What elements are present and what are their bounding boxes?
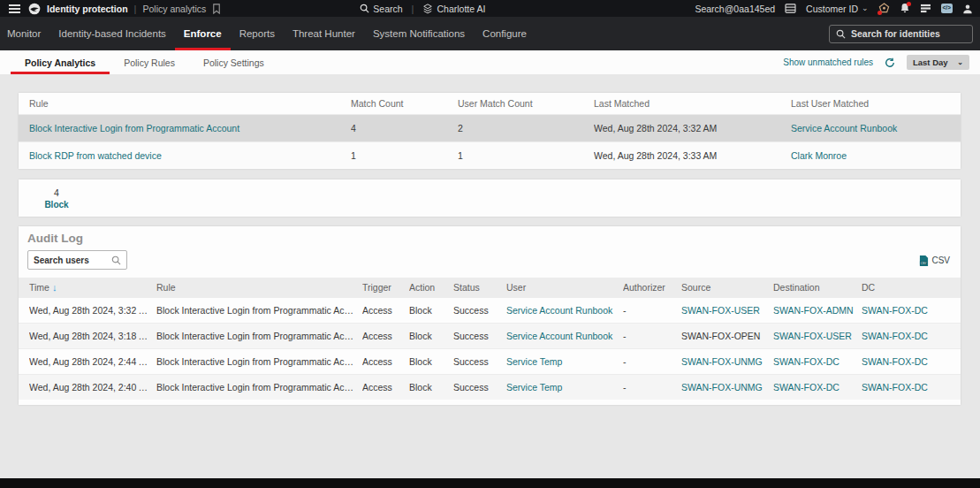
last-user-matched-link[interactable]: Clark Monroe xyxy=(791,150,961,161)
dc-link[interactable]: SWAN-FOX-DC xyxy=(862,382,961,393)
user-link[interactable]: Service Account Runbook xyxy=(506,331,623,341)
tab-policy-analytics[interactable]: Policy Analytics xyxy=(11,50,110,74)
charlotte-ai-icon xyxy=(422,4,433,14)
destination-link[interactable]: SWAN-FOX-DC xyxy=(773,356,862,367)
column-header-trigger[interactable]: Trigger xyxy=(362,282,409,293)
breadcrumb-page-title: Policy analytics xyxy=(142,4,206,14)
show-unmatched-rules-link[interactable]: Show unmatched rules xyxy=(783,57,873,67)
action-value: Block xyxy=(409,382,453,393)
authorizer-value: - xyxy=(623,305,681,316)
rule-value: Block Interactive Login from Programmati… xyxy=(156,356,362,367)
action-summary-card: 4 Block xyxy=(19,179,961,217)
trigger-value: Access xyxy=(362,331,409,341)
sort-descending-icon[interactable]: ↓ xyxy=(52,282,57,293)
dc-link[interactable]: SWAN-FOX-DC xyxy=(862,356,961,367)
identity-protection-screen: Identity protection | Policy analytics S… xyxy=(0,0,980,488)
rule-value: Block Interactive Login from Programmati… xyxy=(156,382,362,393)
audit-log-row[interactable]: Wed, Aug 28th 2024, 2:40 AM Block Intera… xyxy=(19,374,961,400)
column-header-source[interactable]: Source xyxy=(681,282,773,293)
search-users-input[interactable] xyxy=(34,255,111,265)
tab-policy-rules[interactable]: Policy Rules xyxy=(110,50,189,74)
time-range-value: Last Day xyxy=(913,57,948,67)
column-header-last-matched[interactable]: Last Matched xyxy=(594,98,791,109)
time-value: Wed, Aug 28th 2024, 3:32 AM xyxy=(29,305,156,316)
nav-item-enforce[interactable]: Enforce xyxy=(175,17,231,50)
nav-item-threat-hunter[interactable]: Threat Hunter xyxy=(284,17,364,50)
column-header-last-user-matched[interactable]: Last User Matched xyxy=(791,98,961,109)
topbar-right: Search@0aa145ed Customer ID ⌄ </> xyxy=(695,3,973,14)
user-match-count-value: 1 xyxy=(458,150,594,161)
identity-search-input[interactable] xyxy=(851,28,976,39)
column-header-time[interactable]: Time↓ xyxy=(29,282,156,293)
destination-link[interactable]: SWAN-FOX-ADMN xyxy=(773,305,862,316)
nav-item-configure[interactable]: Configure xyxy=(474,17,536,50)
last-user-matched-link[interactable]: Service Account Runbook xyxy=(791,123,961,133)
audit-log-row[interactable]: Wed, Aug 28th 2024, 2:44 AM Block Intera… xyxy=(19,348,961,374)
audit-log-panel: Audit Log CSV CSV Time↓ Rule xyxy=(19,226,961,405)
audit-log-row[interactable]: Wed, Aug 28th 2024, 3:18 AM Block Intera… xyxy=(19,323,961,348)
bottom-bar xyxy=(0,478,980,488)
status-value: Success xyxy=(453,305,506,316)
audit-search-box[interactable] xyxy=(27,250,127,270)
column-header-rule[interactable]: Rule xyxy=(29,98,351,109)
rule-link[interactable]: Block Interactive Login from Programmati… xyxy=(29,123,351,133)
time-value: Wed, Aug 28th 2024, 2:40 AM xyxy=(29,382,156,393)
source-link[interactable]: SWAN-FOX-UNMG xyxy=(681,356,773,367)
api-code-icon[interactable]: </> xyxy=(941,4,953,13)
charlotte-ai-button[interactable]: Charlotte AI xyxy=(422,4,485,14)
menu-icon[interactable] xyxy=(7,3,22,15)
notifications-bell-icon[interactable] xyxy=(900,3,910,14)
column-header-match-count[interactable]: Match Count xyxy=(351,98,458,109)
policy-table-row[interactable]: Block Interactive Login from Programmati… xyxy=(19,115,961,141)
export-csv-button[interactable]: CSV CSV xyxy=(919,255,950,266)
global-search-button[interactable]: Search xyxy=(360,4,402,14)
dc-link[interactable]: SWAN-FOX-DC xyxy=(862,331,961,341)
column-header-authorizer[interactable]: Authorizer xyxy=(623,282,681,293)
time-range-dropdown[interactable]: Last Day ⌄ xyxy=(907,55,969,70)
time-value: Wed, Aug 28th 2024, 3:18 AM xyxy=(29,331,156,341)
policy-table-row[interactable]: Block RDP from watched device 1 1 Wed, A… xyxy=(19,141,961,168)
nav-item-reports[interactable]: Reports xyxy=(231,17,284,50)
search-icon xyxy=(360,4,369,13)
nav-item-monitor[interactable]: Monitor xyxy=(7,17,49,50)
source-link[interactable]: SWAN-FOX-USER xyxy=(681,305,773,316)
block-summary: 4 Block xyxy=(38,187,75,210)
source-link[interactable]: SWAN-FOX-UNMG xyxy=(681,382,773,393)
dc-link[interactable]: SWAN-FOX-DC xyxy=(862,305,961,316)
audit-log-title: Audit Log xyxy=(27,232,83,245)
audit-table-header: Time↓ Rule Trigger Action Status User Au… xyxy=(19,278,961,297)
search-icon xyxy=(836,29,846,39)
column-header-user[interactable]: User xyxy=(506,282,623,293)
column-header-status[interactable]: Status xyxy=(453,282,506,293)
column-header-action[interactable]: Action xyxy=(409,282,453,293)
user-link[interactable]: Service Account Runbook xyxy=(506,305,623,316)
audit-log-row[interactable]: Wed, Aug 28th 2024, 3:32 AM Block Intera… xyxy=(19,297,961,323)
column-header-destination[interactable]: Destination xyxy=(773,282,862,293)
user-link[interactable]: Service Temp xyxy=(506,356,623,367)
identity-search-box[interactable] xyxy=(829,25,973,43)
nav-item-identity-based-incidents[interactable]: Identity-based Incidents xyxy=(49,17,174,50)
rule-link[interactable]: Block RDP from watched device xyxy=(29,150,351,161)
policy-analytics-table: Rule Match Count User Match Count Last M… xyxy=(19,93,961,169)
falcon-logo-icon xyxy=(28,3,41,15)
customer-id-dropdown[interactable]: Customer ID ⌄ xyxy=(806,4,868,14)
block-label[interactable]: Block xyxy=(38,200,75,210)
topbar-divider: | xyxy=(412,4,414,14)
destination-link[interactable]: SWAN-FOX-USER xyxy=(773,331,862,341)
panel-list-icon[interactable] xyxy=(785,4,796,13)
tabbar-controls: Show unmatched rules Last Day ⌄ xyxy=(783,50,969,74)
falcon-badge-icon[interactable] xyxy=(878,3,890,14)
tab-policy-settings[interactable]: Policy Settings xyxy=(189,50,278,74)
source-value: SWAN-FOX-OPEN xyxy=(681,331,773,341)
destination-link[interactable]: SWAN-FOX-DC xyxy=(773,382,862,393)
column-header-user-match-count[interactable]: User Match Count xyxy=(458,98,594,109)
column-header-rule[interactable]: Rule xyxy=(156,282,362,293)
topbar-divider: | xyxy=(134,4,137,14)
user-link[interactable]: Service Temp xyxy=(506,382,623,393)
user-profile-icon[interactable] xyxy=(962,4,973,14)
task-queue-icon[interactable] xyxy=(920,4,931,13)
nav-item-system-notifications[interactable]: System Notifications xyxy=(364,17,474,50)
column-header-dc[interactable]: DC xyxy=(862,282,961,293)
refresh-icon[interactable] xyxy=(885,57,895,68)
bookmark-icon[interactable] xyxy=(212,4,221,14)
